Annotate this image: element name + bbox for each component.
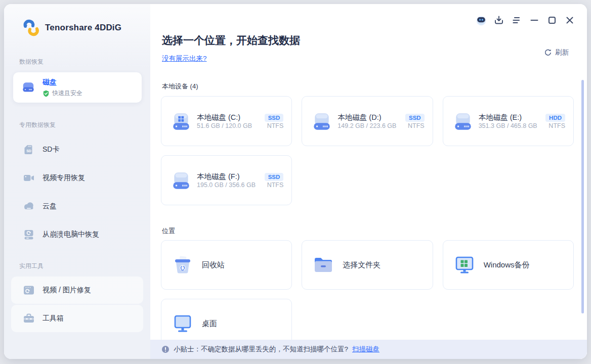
local-devices-label: 本地设备 (4) (162, 82, 587, 91)
video-camera-icon (22, 171, 35, 185)
sidebar-item-crashed-pc-recovery-label: 从崩溃电脑中恢复 (43, 230, 99, 239)
app-logo-icon (22, 19, 40, 36)
refresh-button[interactable]: 刷新 (544, 48, 569, 57)
location-label: 回收站 (202, 260, 225, 270)
maximize-icon[interactable] (546, 14, 558, 26)
minimize-icon[interactable] (528, 14, 540, 26)
sidebar: Tenorshare 4DDiG 数据恢复 磁盘 (4, 4, 150, 359)
drive-icon (452, 111, 474, 132)
sidebar-section-data-recovery: 数据恢复 (19, 58, 150, 66)
location-card-select-folder[interactable]: 选择文件夹 (302, 240, 433, 290)
drive-card-f[interactable]: 本地磁盘 (F:) SSD 195.0 GB / 356.6 GB NTFS (161, 155, 292, 205)
assistant-robot-icon[interactable] (475, 14, 487, 26)
sidebar-item-toolbox-label: 工具箱 (43, 314, 64, 323)
main-panel: 选择一个位置，开始查找数据 没有展示出来? 刷新 本地设备 (4) 本地磁盘 (… (150, 4, 587, 359)
tip-text: 小贴士：不确定数据从哪里丢失的，不知道扫描哪个位置? (174, 345, 348, 354)
sidebar-item-crashed-pc-recovery[interactable]: 从崩溃电脑中恢复 (4, 220, 150, 249)
tip-bar: 小贴士：不确定数据从哪里丢失的，不知道扫描哪个位置? 扫描磁盘 (150, 340, 587, 359)
drive-type-badge: SSD (265, 114, 284, 122)
not-shown-link[interactable]: 没有展示出来? (162, 54, 207, 63)
drives-grid: 本地磁盘 (C:) SSD 51.6 GB / 120.0 GB NTFS 本地… (161, 96, 574, 205)
scan-disk-link[interactable]: 扫描磁盘 (352, 345, 379, 354)
drive-usage-text: 351.3 GB / 465.8 GB (479, 122, 537, 129)
drive-icon (171, 170, 192, 191)
location-card-recycle-bin[interactable]: 回收站 (161, 240, 292, 290)
locations-grid: 回收站 选择文件夹 (161, 240, 574, 348)
drive-card-c[interactable]: 本地磁盘 (C:) SSD 51.6 GB / 120.0 GB NTFS (161, 96, 292, 146)
drive-type-badge: SSD (405, 114, 425, 122)
select-folder-icon (312, 253, 335, 277)
sidebar-item-disk-subtitle: 快速且安全 (52, 89, 82, 98)
drive-name: 本地磁盘 (D:) (337, 113, 381, 122)
drive-name: 本地磁盘 (C:) (197, 113, 240, 122)
sidebar-item-media-repair-label: 视频 / 图片修复 (43, 286, 91, 295)
sidebar-item-toolbox[interactable]: 工具箱 (11, 305, 143, 332)
sidebar-section-special-recovery: 专用数据恢复 (19, 121, 150, 129)
refresh-icon (544, 49, 552, 57)
desktop-icon (171, 312, 194, 335)
download-icon[interactable] (493, 14, 505, 26)
drive-name: 本地磁盘 (F:) (197, 172, 240, 181)
drive-filesystem: NTFS (267, 181, 284, 189)
disk-drive-icon (21, 80, 35, 95)
locations-label: 位置 (162, 226, 587, 236)
location-card-windows-backup[interactable]: Windows备份 (443, 240, 574, 290)
location-label: 桌面 (202, 319, 217, 329)
menu-icon[interactable] (511, 14, 523, 26)
location-label: 选择文件夹 (343, 260, 381, 270)
sidebar-item-media-repair[interactable]: 视频 / 图片修复 (11, 277, 143, 304)
drive-icon (311, 111, 332, 132)
windows-backup-icon (453, 253, 476, 277)
toolbox-icon (22, 312, 35, 325)
drive-filesystem: NTFS (548, 122, 565, 129)
location-label: Windows备份 (484, 260, 530, 270)
sidebar-item-sd-card[interactable]: SD SD卡 (4, 135, 150, 164)
sidebar-item-cloud-drive-label: 云盘 (43, 202, 57, 211)
svg-text:SD: SD (26, 149, 31, 153)
drive-type-badge: SSD (265, 173, 284, 181)
brand-title: Tenorshare 4DDiG (45, 23, 121, 33)
drive-name: 本地磁盘 (E:) (479, 113, 522, 122)
sidebar-item-video-recovery-label: 视频专用恢复 (43, 173, 85, 183)
shield-check-icon (43, 90, 50, 97)
recycle-bin-icon (171, 253, 194, 277)
sidebar-section-utilities: 实用工具 (19, 262, 150, 270)
page-title: 选择一个位置，开始查找数据 (162, 33, 587, 48)
drive-usage-text: 149.2 GB / 223.6 GB (337, 122, 396, 129)
drive-type-badge: HDD (545, 114, 565, 122)
app-window: Tenorshare 4DDiG 数据恢复 磁盘 (4, 4, 587, 359)
close-icon[interactable] (564, 14, 576, 26)
info-icon (161, 345, 170, 353)
drive-usage-text: 195.0 GB / 356.6 GB (197, 181, 256, 189)
drive-card-e[interactable]: 本地磁盘 (E:) HDD 351.3 GB / 465.8 GB NTFS (443, 96, 574, 146)
crashed-computer-icon (22, 228, 35, 241)
sidebar-item-cloud-drive[interactable]: 云盘 (4, 192, 150, 220)
refresh-label: 刷新 (555, 48, 569, 57)
sidebar-item-disk-label: 磁盘 (43, 78, 57, 86)
sd-card-icon: SD (22, 143, 35, 156)
sidebar-item-sd-card-label: SD卡 (43, 145, 59, 154)
cloud-icon (22, 200, 35, 213)
drive-filesystem: NTFS (267, 122, 284, 129)
sidebar-item-disk[interactable]: 磁盘 快速且安全 (13, 72, 142, 103)
brand: Tenorshare 4DDiG (4, 4, 150, 36)
drive-windows-icon (171, 111, 192, 132)
sidebar-item-video-recovery[interactable]: 视频专用恢复 (4, 164, 150, 192)
drive-filesystem: NTFS (408, 122, 425, 129)
drive-card-d[interactable]: 本地磁盘 (D:) SSD 149.2 GB / 223.6 GB NTFS (302, 96, 433, 146)
drive-usage-text: 51.6 GB / 120.0 GB (197, 122, 252, 129)
media-repair-icon (22, 284, 35, 297)
scrollbar-thumb[interactable] (581, 80, 584, 313)
titlebar-controls (475, 14, 576, 26)
